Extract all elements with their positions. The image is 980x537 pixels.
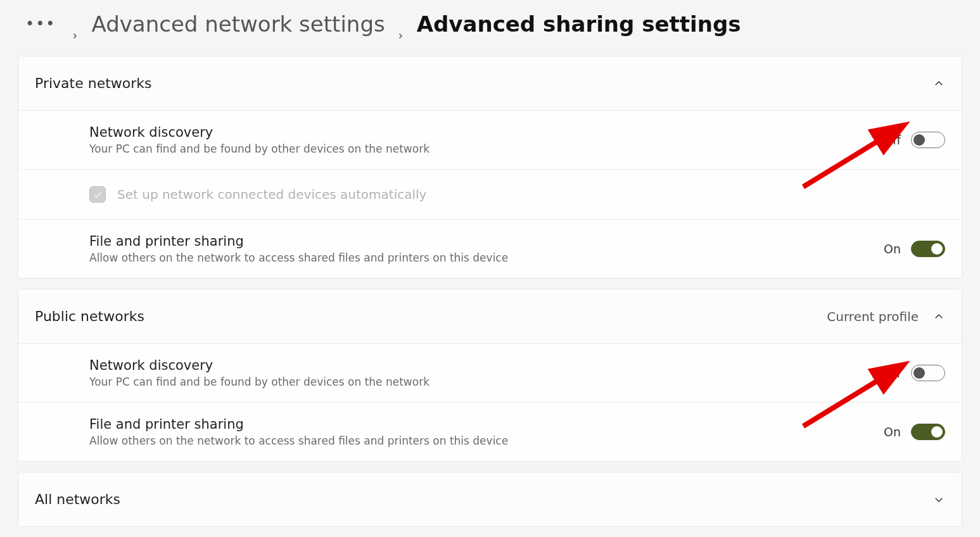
auto-setup-label: Set up network connected devices automat… [117, 187, 426, 202]
file-printer-sharing-toggle[interactable] [911, 241, 945, 257]
row-description: Your PC can find and be found by other d… [89, 376, 430, 388]
toggle-state-label: Off [883, 133, 901, 147]
toggle-state-label: Off [883, 366, 901, 380]
chevron-up-icon [932, 77, 945, 90]
section-title: Public networks [35, 308, 144, 324]
chevron-right-icon [71, 20, 80, 28]
breadcrumb-parent-link[interactable]: Advanced network settings [91, 11, 385, 37]
section-title: All networks [35, 491, 120, 507]
page-title: Advanced sharing settings [417, 11, 741, 37]
current-profile-tag: Current profile [827, 309, 919, 324]
breadcrumb: ••• Advanced network settings Advanced s… [0, 0, 980, 56]
row-title: File and printer sharing [89, 417, 508, 432]
row-title: File and printer sharing [89, 234, 508, 249]
section-private-networks: Private networks Network discovery Your … [18, 56, 962, 279]
row-description: Your PC can find and be found by other d… [89, 142, 430, 155]
breadcrumb-overflow-icon[interactable]: ••• [25, 15, 56, 33]
row-title: Network discovery [89, 358, 430, 373]
section-header-private[interactable]: Private networks [18, 56, 962, 111]
section-all-networks: All networks [18, 472, 962, 527]
file-printer-sharing-toggle[interactable] [911, 424, 945, 440]
section-public-networks: Public networks Current profile Network … [18, 289, 962, 462]
section-header-all[interactable]: All networks [18, 472, 962, 526]
row-private-file-printer-sharing: File and printer sharing Allow others on… [18, 220, 962, 278]
chevron-up-icon [932, 310, 945, 323]
network-discovery-toggle[interactable] [911, 365, 945, 381]
section-header-public[interactable]: Public networks Current profile [18, 289, 962, 344]
toggle-state-label: On [884, 242, 901, 256]
chevron-right-icon [397, 20, 405, 28]
row-title: Network discovery [89, 125, 430, 140]
section-title: Private networks [35, 75, 152, 91]
row-description: Allow others on the network to access sh… [89, 251, 508, 264]
chevron-down-icon [932, 493, 945, 506]
auto-setup-checkbox [89, 186, 106, 203]
row-public-file-printer-sharing: File and printer sharing Allow others on… [18, 403, 962, 461]
row-public-network-discovery: Network discovery Your PC can find and b… [18, 344, 962, 403]
network-discovery-toggle[interactable] [911, 132, 945, 148]
row-description: Allow others on the network to access sh… [89, 434, 508, 447]
row-private-auto-setup: Set up network connected devices automat… [18, 170, 962, 220]
row-private-network-discovery: Network discovery Your PC can find and b… [18, 111, 962, 170]
toggle-state-label: On [884, 425, 901, 439]
